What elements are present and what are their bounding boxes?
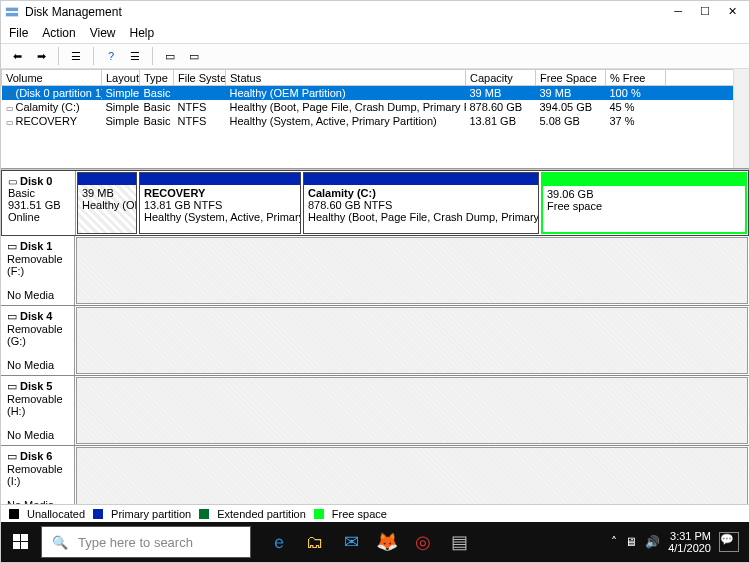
- help-button[interactable]: ?: [101, 46, 121, 66]
- col-free[interactable]: Free Space: [536, 70, 606, 86]
- no-media-region[interactable]: [76, 307, 748, 374]
- no-media-region[interactable]: [76, 447, 748, 504]
- taskbar: 🔍 Type here to search ｅ 🗂 ✉ 🦊 ◎ ▤ ˄ 🖥 🔊 …: [1, 522, 749, 562]
- settings-top-button[interactable]: ▭: [160, 46, 180, 66]
- partition-status: Healthy (Boot, Page File, Crash Dump, Pr…: [308, 211, 539, 223]
- taskbar-edge-icon[interactable]: ｅ: [261, 522, 297, 562]
- table-row[interactable]: RECOVERY Simple Basic NTFS Healthy (Syst…: [2, 114, 749, 128]
- disk-label[interactable]: ▭ Disk 5 Removable (H:) No Media: [1, 376, 75, 445]
- cell: Simple: [102, 86, 140, 101]
- volume-icon: [6, 101, 16, 113]
- cell: 394.05 GB: [536, 100, 606, 114]
- cell: Basic: [140, 86, 174, 101]
- show-hide-tree-button[interactable]: ☰: [66, 46, 86, 66]
- partition-band: [543, 174, 745, 186]
- forward-button[interactable]: ➡: [31, 46, 51, 66]
- refresh-button[interactable]: ☰: [125, 46, 145, 66]
- disk-row[interactable]: ▭ Disk 6 Removable (I:) No Media: [1, 446, 749, 504]
- disk-sub: Removable (G:): [7, 323, 63, 347]
- disk-status: No Media: [7, 289, 54, 301]
- taskbar-firefox-icon[interactable]: 🦊: [369, 522, 405, 562]
- partition-calamity[interactable]: Calamity (C:) 878.60 GB NTFS Healthy (Bo…: [303, 172, 539, 234]
- cell: NTFS: [174, 100, 226, 114]
- col-status[interactable]: Status: [226, 70, 466, 86]
- disk-row[interactable]: ▭ Disk 1 Removable (F:) No Media: [1, 236, 749, 306]
- disk-status: Online: [8, 211, 40, 223]
- table-row[interactable]: (Disk 0 partition 1) Simple Basic Health…: [2, 86, 749, 101]
- col-type[interactable]: Type: [140, 70, 174, 86]
- col-volume[interactable]: Volume: [2, 70, 102, 86]
- taskbar-diskmgmt-icon[interactable]: ▤: [441, 522, 477, 562]
- legend-swatch-extended: [199, 509, 209, 519]
- maximize-button[interactable]: ☐: [700, 5, 710, 18]
- disk-sub: Removable (H:): [7, 393, 63, 417]
- close-button[interactable]: ✕: [728, 5, 737, 18]
- legend-label: Free space: [332, 508, 387, 520]
- windows-icon: [13, 534, 29, 550]
- disk-icon: ▭: [7, 240, 17, 252]
- cell: RECOVERY: [16, 115, 78, 127]
- taskbar-app-icon[interactable]: ◎: [405, 522, 441, 562]
- partition-freespace[interactable]: 39.06 GB Free space: [541, 172, 747, 234]
- partition-size: 13.81 GB NTFS: [144, 199, 222, 211]
- no-media-region[interactable]: [76, 377, 748, 444]
- partition-title: RECOVERY: [144, 187, 205, 199]
- taskbar-explorer-icon[interactable]: 🗂: [297, 522, 333, 562]
- tray-chevron-icon[interactable]: ˄: [611, 535, 617, 549]
- disk-status: No Media: [7, 359, 54, 371]
- volume-table[interactable]: Volume Layout Type File System Status Ca…: [1, 69, 749, 128]
- menu-file[interactable]: File: [9, 26, 28, 40]
- partition-recovery[interactable]: RECOVERY 13.81 GB NTFS Healthy (System, …: [139, 172, 301, 234]
- partition-band: [78, 173, 136, 185]
- separator: [58, 47, 59, 65]
- disk-status: No Media: [7, 429, 54, 441]
- partition-size: 878.60 GB NTFS: [308, 199, 392, 211]
- volume-icon: [6, 87, 16, 99]
- disk-label[interactable]: ▭ Disk 6 Removable (I:) No Media: [1, 446, 75, 504]
- cell: 5.08 GB: [536, 114, 606, 128]
- graphical-pane[interactable]: ▭ Disk 0 Basic 931.51 GB Online 39 MB He…: [1, 169, 749, 504]
- disk-name: Disk 4: [20, 310, 52, 322]
- disk-row[interactable]: ▭ Disk 4 Removable (G:) No Media: [1, 306, 749, 376]
- partition-oem[interactable]: 39 MB Healthy (OEM Partition): [77, 172, 137, 234]
- back-button[interactable]: ⬅: [7, 46, 27, 66]
- svg-rect-3: [21, 534, 28, 541]
- cell: Basic: [140, 100, 174, 114]
- col-layout[interactable]: Layout: [102, 70, 140, 86]
- cell: Simple: [102, 100, 140, 114]
- taskbar-mail-icon[interactable]: ✉: [333, 522, 369, 562]
- scrollbar[interactable]: [733, 69, 749, 168]
- col-fs[interactable]: File System: [174, 70, 226, 86]
- minimize-button[interactable]: ─: [674, 5, 682, 18]
- partition-status: Healthy (System, Active, Primary Partiti…: [144, 211, 301, 223]
- svg-rect-0: [6, 7, 18, 11]
- disk-row[interactable]: ▭ Disk 5 Removable (H:) No Media: [1, 376, 749, 446]
- partition-status: Healthy (OEM Partition): [82, 199, 137, 211]
- search-box[interactable]: 🔍 Type here to search: [41, 526, 251, 558]
- menu-view[interactable]: View: [90, 26, 116, 40]
- table-row[interactable]: Calamity (C:) Simple Basic NTFS Healthy …: [2, 100, 749, 114]
- menu-help[interactable]: Help: [130, 26, 155, 40]
- table-header-row[interactable]: Volume Layout Type File System Status Ca…: [2, 70, 749, 86]
- legend-label: Extended partition: [217, 508, 306, 520]
- menu-action[interactable]: Action: [42, 26, 75, 40]
- col-capacity[interactable]: Capacity: [466, 70, 536, 86]
- disk-label[interactable]: ▭ Disk 1 Removable (F:) No Media: [1, 236, 75, 305]
- legend-swatch-free: [314, 509, 324, 519]
- settings-bottom-button[interactable]: ▭: [184, 46, 204, 66]
- cell: [174, 86, 226, 101]
- cell: Healthy (Boot, Page File, Crash Dump, Pr…: [226, 100, 466, 114]
- disk-row[interactable]: ▭ Disk 0 Basic 931.51 GB Online 39 MB He…: [1, 170, 749, 236]
- tray-volume-icon[interactable]: 🔊: [645, 535, 660, 549]
- tray-notifications-icon[interactable]: 💬: [719, 532, 739, 552]
- disk-label[interactable]: ▭ Disk 4 Removable (G:) No Media: [1, 306, 75, 375]
- tray-network-icon[interactable]: 🖥: [625, 535, 637, 549]
- cell: 45 %: [606, 100, 666, 114]
- tray-clock[interactable]: 3:31 PM 4/1/2020: [668, 530, 711, 554]
- col-pct[interactable]: % Free: [606, 70, 666, 86]
- disk-label[interactable]: ▭ Disk 0 Basic 931.51 GB Online: [2, 171, 76, 235]
- start-button[interactable]: [1, 522, 41, 562]
- no-media-region[interactable]: [76, 237, 748, 304]
- disk-icon: ▭: [7, 450, 17, 462]
- disk-icon: ▭: [7, 380, 17, 392]
